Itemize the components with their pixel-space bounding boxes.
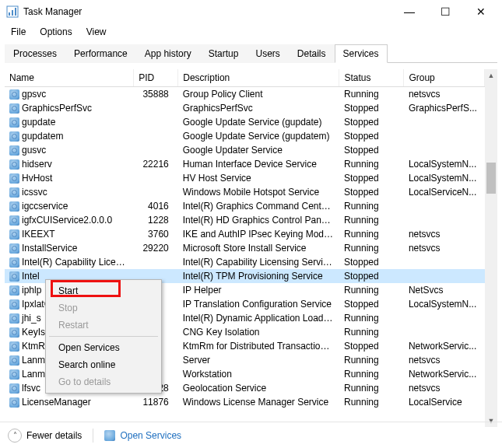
cell-status: Stopped: [339, 143, 404, 157]
minimize-button[interactable]: —: [391, 0, 427, 23]
tab-details[interactable]: Details: [289, 44, 335, 63]
cell-name: igccservice: [5, 199, 134, 213]
cell-description: Human Interface Device Service: [178, 157, 339, 171]
cell-name: Intel(R) Capability Licensin...: [5, 255, 134, 269]
tab-performance[interactable]: Performance: [65, 44, 136, 63]
scroll-thumb[interactable]: [486, 163, 496, 194]
col-pid[interactable]: PID: [134, 69, 178, 87]
cell-pid: [134, 129, 178, 143]
service-name: gupdatem: [22, 131, 63, 142]
gear-icon: [9, 355, 19, 366]
gear-icon: [9, 215, 19, 226]
tab-users[interactable]: Users: [247, 44, 288, 63]
service-name: icssvc: [22, 187, 47, 198]
gear-icon: [9, 299, 19, 310]
cell-name: icssvc: [5, 185, 134, 199]
service-name: hidserv: [22, 159, 52, 170]
service-name: iphlp: [22, 285, 41, 296]
col-description[interactable]: Description: [178, 69, 339, 87]
table-row[interactable]: igfxCUIService2.0.0.01228Intel(R) HD Gra…: [5, 213, 485, 227]
menu-item-open-services[interactable]: Open Services: [47, 339, 160, 356]
cell-status: Stopped: [339, 101, 404, 115]
service-name: gpsvc: [22, 89, 46, 100]
col-group[interactable]: Group: [404, 69, 485, 87]
table-header-row: Name PID Description Status Group: [5, 69, 485, 87]
gear-icon: [9, 397, 19, 408]
close-button[interactable]: ✕: [463, 0, 499, 23]
cell-pid: [134, 255, 178, 269]
table-row[interactable]: HvHostHV Host ServiceStoppedLocalSystemN…: [5, 171, 485, 185]
window-title: Task Manager: [23, 6, 82, 17]
cell-pid: 4016: [134, 199, 178, 213]
window-controls: — ☐ ✕: [391, 0, 499, 23]
cell-description: Server: [178, 353, 339, 367]
tab-processes[interactable]: Processes: [5, 44, 65, 63]
vertical-scrollbar[interactable]: ▲ ▼: [485, 69, 497, 427]
maximize-button[interactable]: ☐: [427, 0, 463, 23]
table-row[interactable]: hidserv22216Human Interface Device Servi…: [5, 157, 485, 171]
col-status[interactable]: Status: [339, 69, 404, 87]
table-row[interactable]: IKEEXT3760IKE and AuthIP IPsec Keying Mo…: [5, 227, 485, 241]
fewer-details-button[interactable]: ˄ Fewer details: [8, 429, 82, 443]
cell-status: Running: [339, 325, 404, 339]
cell-group: LocalServiceN...: [404, 185, 485, 199]
gear-icon: [9, 131, 19, 142]
cell-pid: 3760: [134, 227, 178, 241]
cell-description: CNG Key Isolation: [178, 325, 339, 339]
table-row[interactable]: LicenseManager11876Windows License Manag…: [5, 395, 485, 409]
gear-icon: [9, 257, 19, 268]
cell-pid: [134, 171, 178, 185]
cell-group: [404, 213, 485, 227]
cell-name: LicenseManager: [5, 395, 134, 409]
cell-description: IKE and AuthIP IPsec Keying Modules: [178, 227, 339, 241]
cell-name: gpsvc: [5, 87, 134, 102]
service-name: igccservice: [22, 201, 68, 212]
cell-group: [404, 143, 485, 157]
menu-view[interactable]: View: [80, 25, 113, 39]
cell-status: Stopped: [339, 129, 404, 143]
table-row[interactable]: icssvcWindows Mobile Hotspot ServiceStop…: [5, 185, 485, 199]
cell-status: Stopped: [339, 269, 404, 283]
cell-name: gupdatem: [5, 129, 134, 143]
tab-strip: Processes Performance App history Startu…: [5, 44, 497, 63]
menu-bar: File Options View: [0, 23, 502, 40]
cell-group: netsvcs: [404, 87, 485, 102]
cell-description: Windows License Manager Service: [178, 395, 339, 409]
table-row[interactable]: GraphicsPerfSvcGraphicsPerfSvcStoppedGra…: [5, 101, 485, 115]
table-row[interactable]: gupdateGoogle Update Service (gupdate)St…: [5, 115, 485, 129]
cell-group: [404, 269, 485, 283]
table-row[interactable]: gupdatemGoogle Update Service (gupdatem)…: [5, 129, 485, 143]
cell-status: Stopped: [339, 171, 404, 185]
cell-description: IP Helper: [178, 283, 339, 297]
menu-item-restart: Restart: [47, 317, 160, 334]
tab-services[interactable]: Services: [335, 44, 388, 63]
cell-pid: [134, 185, 178, 199]
cell-group: [404, 199, 485, 213]
cell-name: GraphicsPerfSvc: [5, 101, 134, 115]
open-services-link[interactable]: Open Services: [104, 430, 181, 441]
table-row[interactable]: gusvcGoogle Updater ServiceStopped: [5, 143, 485, 157]
cell-status: Running: [339, 367, 404, 381]
table-row[interactable]: InstallService29220Microsoft Store Insta…: [5, 241, 485, 255]
cell-group: GraphicsPerfS...: [404, 101, 485, 115]
table-row[interactable]: gpsvc35888Group Policy ClientRunningnets…: [5, 87, 485, 102]
cell-name: hidserv: [5, 157, 134, 171]
table-row[interactable]: igccservice4016Intel(R) Graphics Command…: [5, 199, 485, 213]
menu-separator: [49, 336, 158, 337]
gear-icon: [9, 383, 19, 394]
gear-icon: [9, 341, 19, 352]
menu-file[interactable]: File: [5, 25, 32, 39]
menu-options[interactable]: Options: [33, 25, 78, 39]
menu-item-start[interactable]: Start: [47, 282, 160, 299]
tab-startup[interactable]: Startup: [200, 44, 247, 63]
gear-icon: [9, 103, 19, 114]
cell-group: LocalSystemN...: [404, 171, 485, 185]
scroll-up-arrow[interactable]: ▲: [485, 69, 497, 82]
menu-item-search-online[interactable]: Search online: [47, 356, 160, 373]
cell-description: Workstation: [178, 367, 339, 381]
cell-status: Running: [339, 241, 404, 255]
col-name[interactable]: Name: [5, 69, 134, 87]
tab-app-history[interactable]: App history: [136, 44, 200, 63]
table-row[interactable]: Intel(R) Capability Licensin...Intel(R) …: [5, 255, 485, 269]
cell-group: [404, 325, 485, 339]
